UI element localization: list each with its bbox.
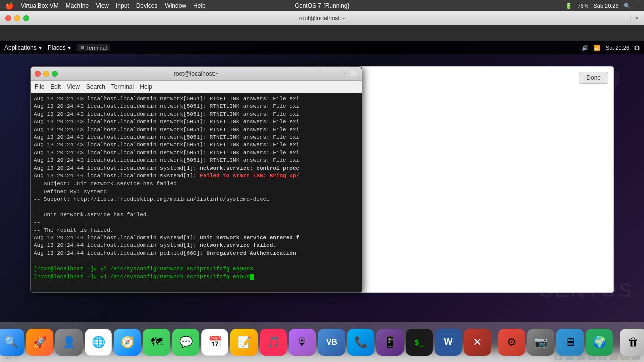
dock-viber-icon[interactable]: 📱	[376, 329, 404, 356]
control-center-icon[interactable]: ≡	[636, 3, 639, 9]
gnome-network-icon[interactable]: 📶	[594, 45, 601, 51]
term-blank1: --	[34, 203, 359, 211]
term-polkit: Aug 13 20:24:44 localhost.localdomain po…	[34, 250, 359, 257]
terminal-menu-view[interactable]: View	[67, 83, 80, 90]
gnome-clock: Sat 20:26	[606, 45, 629, 51]
terminal-ctrl-max[interactable]: ⬜	[350, 70, 358, 77]
mac-topbar-right: 🔋 76% Sáb 20:26 🔍 ≡	[565, 3, 639, 9]
mac-topbar-left: 🍎 VirtualBox VM Machine View Input Devic…	[5, 2, 206, 10]
menu-machine[interactable]: Machine	[66, 2, 89, 9]
term-subject: -- Subject: Unit network.service has fai…	[34, 180, 359, 188]
terminal-content[interactable]: Aug 13 20:24:43 localhost.localdomain ne…	[31, 93, 362, 292]
dock-safari-icon[interactable]: 🧭	[114, 329, 141, 356]
dock-crossover-icon[interactable]: ✕	[464, 329, 491, 356]
dock-podcasts-icon[interactable]: 🎙	[289, 329, 316, 356]
term-line: Aug 13 20:24:43 localhost.localdomain ne…	[34, 95, 359, 103]
terminal-menu-edit[interactable]: Edit	[50, 83, 61, 90]
menu-devices[interactable]: Devices	[136, 2, 158, 9]
menu-view[interactable]: View	[96, 2, 109, 9]
terminal-maximize-button[interactable]	[52, 71, 58, 77]
term-line: Aug 13 20:24:43 localhost.localdomain ne…	[34, 134, 359, 141]
terminal-menu-search[interactable]: Search	[86, 83, 105, 90]
search-icon[interactable]: 🔍	[624, 3, 631, 9]
terminal-titlebar: root@localhost:~ − ⬜	[31, 67, 362, 81]
term-text: Aug 13 20:24:44 localhost.localdomain sy…	[34, 242, 200, 248]
dock-word-icon[interactable]: W	[435, 329, 462, 356]
dock-terminal-icon[interactable]: $_	[406, 329, 433, 356]
dock-vm-icon[interactable]: VB	[318, 329, 345, 356]
vbox-traffic-lights[interactable]	[5, 15, 29, 21]
term-bold: network.service failed.	[200, 242, 276, 248]
term-cmd1: [root@localhost ~]# vi /etc/sysconfig/ne…	[34, 265, 359, 273]
term-text: Aug 13 20:24:44 localhost.localdomain sy…	[34, 165, 200, 171]
vbox-titlebar: root@localhost:~ − ⬜ ✕	[0, 11, 644, 25]
terminal-controls: − ⬜	[344, 70, 358, 77]
battery-indicator: 🔋	[565, 3, 572, 9]
terminal-menu-help[interactable]: Help	[140, 83, 152, 90]
mac-window-title: CentOS 7 [Running]	[295, 2, 349, 9]
term-line-systemd1: Aug 13 20:24:44 localhost.localdomain sy…	[34, 165, 359, 172]
vbox-titlebar-icons: − ⬜ ✕	[618, 15, 639, 21]
terminal-menu-file[interactable]: File	[35, 83, 44, 90]
close-icon[interactable]: ✕	[635, 15, 639, 21]
dock-contacts-icon[interactable]: 👤	[55, 329, 83, 356]
term-line: Aug 13 20:24:43 localhost.localdomain ne…	[34, 126, 359, 134]
terminal-ctrl-min[interactable]: −	[344, 70, 347, 77]
term-line: Aug 13 20:24:43 localhost.localdomain ne…	[34, 157, 359, 164]
dock-trash-icon[interactable]: 🗑	[620, 329, 644, 356]
dock-skype-icon[interactable]: 📞	[347, 329, 374, 356]
dock-launchpad-icon[interactable]: 🚀	[26, 329, 53, 356]
terminal-close-button[interactable]	[35, 71, 41, 77]
battery-percent: 76%	[577, 3, 588, 9]
dock-finder-icon[interactable]: 🔍	[0, 329, 24, 356]
menu-help[interactable]: Help	[193, 2, 206, 9]
dock-messages-icon[interactable]: 💬	[172, 329, 199, 356]
dock-maps-icon[interactable]: 🗺	[143, 329, 170, 356]
menu-input[interactable]: Input	[116, 2, 129, 9]
apple-icon[interactable]: 🍎	[5, 2, 14, 10]
dock-music-icon[interactable]: 🎵	[260, 329, 287, 356]
term-text: Aug 13 20:24:44 localhost.localdomain po…	[34, 250, 206, 256]
terminal-menu-terminal[interactable]: Terminal	[111, 83, 134, 90]
gnome-places-button[interactable]: Places ▾	[48, 44, 71, 51]
dock-misc2-icon[interactable]: 📷	[527, 329, 554, 356]
gnome-power-icon[interactable]: ⏻	[634, 45, 640, 51]
places-dropdown-icon: ▾	[68, 44, 71, 51]
term-svc-failed: Aug 13 20:24:44 localhost.localdomain sy…	[34, 242, 359, 249]
close-button[interactable]	[5, 15, 11, 21]
term-bold: Unit network.service entered f	[200, 235, 299, 241]
terminal-title: root@localhost:~	[174, 70, 219, 77]
term-text: Aug 13 20:24:44 localhost.localdomain sy…	[34, 173, 200, 179]
vbox-title: root@localhost:~	[299, 15, 345, 22]
terminal-traffic-lights[interactable]	[35, 71, 58, 77]
term-line: Aug 13 20:24:43 localhost.localdomain ne…	[34, 111, 359, 118]
gnome-applications-button[interactable]: Applications ▾	[4, 44, 42, 51]
minimize-icon[interactable]: −	[618, 15, 621, 21]
terminal-window[interactable]: root@localhost:~ − ⬜ File Edit View Sear…	[30, 66, 362, 293]
term-blank3	[34, 257, 359, 265]
term-support: -- Support: http://lists.freedesktop.org…	[34, 196, 359, 203]
dock-misc4-icon[interactable]: 🌍	[586, 329, 613, 356]
term-bold: network.service: control proce	[200, 165, 299, 171]
gnome-volume-icon[interactable]: 🔊	[582, 45, 589, 51]
term-result: -- The result is failed.	[34, 227, 359, 234]
menu-window[interactable]: Window	[165, 2, 186, 9]
dock-misc3-icon[interactable]: 🖥	[556, 329, 584, 356]
dock-chrome-icon[interactable]: 🌐	[85, 329, 112, 356]
minimize-button[interactable]	[14, 15, 20, 21]
done-button[interactable]: Done	[579, 72, 608, 84]
mac-topbar: 🍎 VirtualBox VM Machine View Input Devic…	[0, 0, 644, 11]
gnome-terminal-button[interactable]: 🖥 Terminal	[77, 44, 110, 51]
term-bold: Unregistered Authentication	[206, 250, 296, 256]
dock-misc1-icon[interactable]: ⚙	[498, 329, 525, 356]
terminal-minimize-button[interactable]	[43, 71, 49, 77]
white-panel: Done	[332, 66, 614, 293]
dock-notes-icon[interactable]: 📝	[230, 329, 258, 356]
restore-icon[interactable]: ⬜	[625, 15, 631, 21]
term-definedby: -- Defined-By: systemd	[34, 188, 359, 196]
dock-calendar-icon[interactable]: 📅	[201, 329, 228, 356]
maximize-button[interactable]	[23, 15, 29, 21]
term-line: Aug 13 20:24:43 localhost.localdomain ne…	[34, 149, 359, 157]
app-name: VirtualBox VM	[21, 2, 59, 9]
centos-desktop: 7 CENTOS Applications ▾ Places ▾ 🖥 Termi…	[0, 41, 644, 342]
